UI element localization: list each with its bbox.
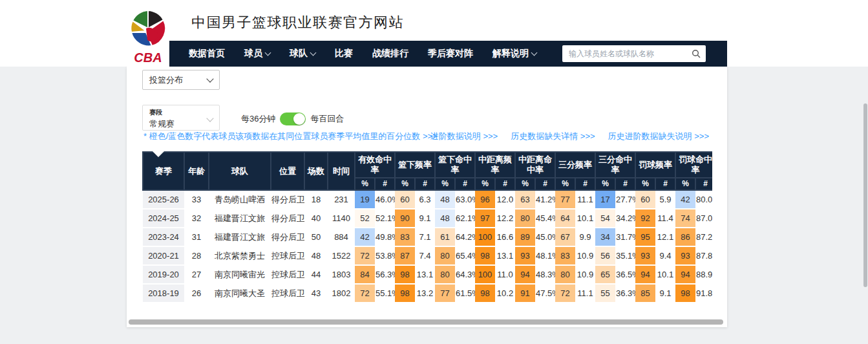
- cell-percentile: 34: [595, 228, 615, 246]
- cell-value: 45.0%: [535, 228, 555, 246]
- cell-value: 56.3%: [375, 265, 395, 284]
- cell-value: 9.1: [415, 209, 435, 228]
- help-link-1[interactable]: 历史数据缺失详情 >>>: [511, 131, 595, 142]
- cell-value: 6.3: [415, 190, 435, 209]
- cell-value: 34.2%: [615, 209, 635, 228]
- horizontal-scrollbar[interactable]: [129, 319, 723, 325]
- cba-logo-text: CBA: [134, 50, 162, 65]
- chevron-down-icon: [531, 50, 538, 56]
- cell-season: 2019-20: [143, 265, 184, 284]
- cell-value: 13.1: [415, 265, 435, 284]
- cell-percentile: 86: [675, 228, 695, 246]
- cell-percentile: 94: [635, 265, 655, 284]
- cell-value: 47.5%: [535, 284, 555, 303]
- col-header-2: 球队: [209, 152, 271, 190]
- subheader-value: #: [535, 178, 555, 190]
- cell-value: 52.1%: [375, 209, 395, 228]
- nav-item-2[interactable]: 球队: [290, 48, 315, 59]
- table-header-notch: [153, 151, 164, 157]
- cell-percentile: 64: [555, 209, 575, 228]
- percentile-note: * 橙色/蓝色数字代表球员该项数据在其同位置球员赛季平均值里的百分位数 >>>: [143, 131, 438, 142]
- cell-value: 10.2: [495, 284, 515, 303]
- main-navbar: 数据首页球员球队比赛战绩排行季后赛对阵解释说明: [169, 41, 727, 67]
- cell-value: 49.8%: [375, 228, 395, 246]
- rate-mode-toggle-row: 每36分钟 每百回合: [241, 113, 344, 125]
- cell-percentile: 95: [635, 228, 655, 246]
- subheader-value: #: [415, 178, 435, 190]
- group-header-0: 有效命中率: [355, 152, 395, 178]
- cba-logo[interactable]: CBA: [127, 4, 169, 67]
- cell-value: 62.1%: [455, 209, 475, 228]
- nav-item-3[interactable]: 比赛: [335, 48, 353, 59]
- cell-time: 1803: [328, 265, 355, 284]
- cell-percentile: 42: [355, 228, 375, 246]
- cell-value: 35.1%: [615, 246, 635, 265]
- help-link-0[interactable]: 进阶数据说明 >>>: [430, 131, 498, 142]
- cell-percentile: 72: [355, 246, 375, 265]
- cell-percentile: 55: [595, 284, 615, 303]
- table-row: 2023-2431福建晋江文旅得分后卫508844249.8%837.16164…: [143, 228, 712, 246]
- cell-value: 45.4%: [535, 209, 555, 228]
- cell-time: 1140: [328, 209, 355, 228]
- vertical-scrollbar[interactable]: [863, 103, 867, 287]
- cell-percentile: 77: [435, 284, 455, 303]
- group-header-2: 篮下命中率: [435, 152, 475, 178]
- cell-percentile: 92: [635, 209, 655, 228]
- cell-percentile: 60: [635, 190, 655, 209]
- search-input[interactable]: [567, 48, 692, 59]
- cell-team: 福建晋江文旅: [209, 209, 271, 228]
- search-icon[interactable]: [692, 49, 701, 58]
- cell-percentile: 90: [395, 209, 415, 228]
- search-box[interactable]: [562, 45, 706, 62]
- cell-position: 控球后卫: [271, 246, 304, 265]
- subheader-value: #: [495, 178, 515, 190]
- cell-value: 48.1%: [535, 246, 555, 265]
- nav-item-1[interactable]: 球员: [244, 48, 270, 59]
- cell-percentile: 17: [595, 190, 615, 209]
- cell-percentile: 94: [515, 265, 535, 284]
- group-header-7: 罚球频率: [635, 152, 675, 178]
- cell-percentile: 48: [435, 209, 455, 228]
- stage-select-value: 常规赛: [149, 118, 213, 130]
- help-link-2[interactable]: 历史进阶数据缺失说明 >>>: [608, 131, 709, 142]
- subheader-value: #: [695, 178, 712, 190]
- cell-percentile: 80: [555, 265, 575, 284]
- table-row: 2020-2128北京紫禁勇士控球后卫4815227253.8%877.4806…: [143, 246, 712, 265]
- nav-item-0[interactable]: 数据首页: [189, 48, 225, 59]
- cell-games: 50: [304, 228, 328, 246]
- nav-item-4[interactable]: 战绩排行: [372, 48, 408, 59]
- cell-percentile: 80: [435, 246, 455, 265]
- stat-category-select[interactable]: 投篮分布: [142, 70, 220, 90]
- cell-value: 65.4%: [455, 246, 475, 265]
- cell-value: 64.3%: [455, 265, 475, 284]
- stage-select[interactable]: 赛段 常规赛: [142, 105, 220, 131]
- cell-position: 得分后卫: [271, 228, 304, 246]
- nav-item-5[interactable]: 季后赛对阵: [428, 48, 473, 59]
- stats-table: 赛季年龄球队位置场数时间有效命中率篮下频率篮下命中率中距离频率中距离命中率三分频…: [142, 151, 712, 303]
- cell-value: 7.4: [415, 246, 435, 265]
- cell-value: 7.1: [415, 228, 435, 246]
- rate-mode-toggle[interactable]: [280, 113, 306, 125]
- cell-percentile: 80: [435, 265, 455, 284]
- cell-value: 91.8%: [695, 284, 712, 303]
- nav-item-6[interactable]: 解释说明: [492, 48, 536, 59]
- table-row: 2018-1926南京同曦大圣控球后卫4318027255.1%9813.277…: [143, 284, 712, 303]
- cell-percentile: 61: [435, 228, 455, 246]
- group-header-6: 三分命中率: [595, 152, 635, 178]
- nav-items: 数据首页球员球队比赛战绩排行季后赛对阵解释说明: [169, 48, 536, 59]
- table-row: 2025-2633青岛崂山啤酒得分后卫182311946.0%606.34863…: [143, 190, 712, 209]
- cell-games: 48: [304, 246, 328, 265]
- cell-age: 26: [184, 284, 209, 303]
- cell-percentile: 100: [475, 228, 495, 246]
- cell-value: 10.9: [575, 246, 595, 265]
- cell-value: 16.6: [495, 228, 515, 246]
- cell-percentile: 84: [355, 265, 375, 284]
- cell-season: 2025-26: [143, 190, 184, 209]
- cell-percentile: 42: [675, 190, 695, 209]
- subheader-value: #: [455, 178, 475, 190]
- cell-value: 87.0%: [695, 209, 712, 228]
- cell-games: 18: [304, 190, 328, 209]
- cell-percentile: 56: [595, 246, 615, 265]
- cell-value: 36.3%: [615, 284, 635, 303]
- cell-percentile: 48: [435, 190, 455, 209]
